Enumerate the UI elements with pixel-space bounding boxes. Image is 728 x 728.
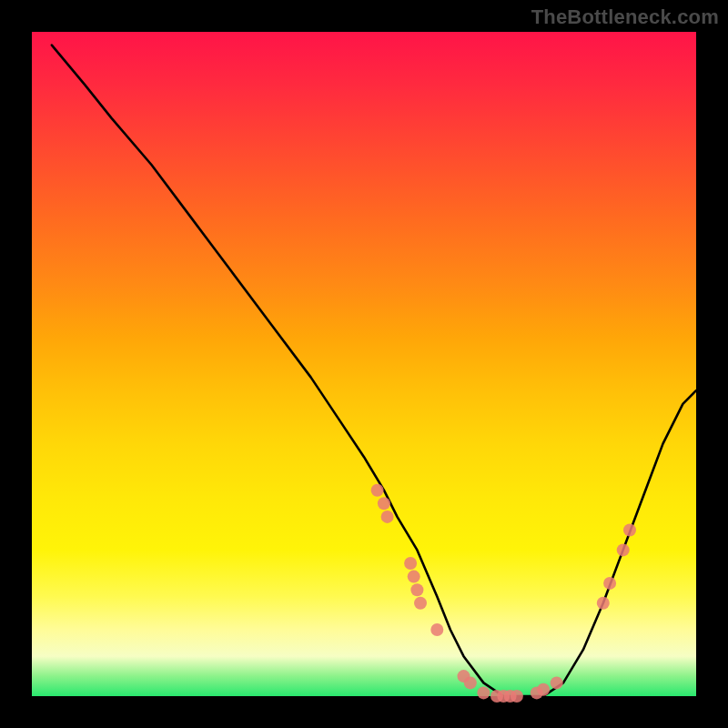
data-marker [408, 571, 420, 583]
chart-svg [32, 32, 696, 696]
data-marker [430, 623, 443, 636]
data-marker [623, 524, 636, 537]
data-marker [381, 511, 394, 523]
marker-layer [371, 484, 636, 703]
data-marker [537, 683, 550, 696]
data-marker [414, 597, 427, 610]
data-marker [617, 543, 630, 556]
watermark-text: TheBottleneck.com [531, 5, 719, 29]
data-marker [410, 583, 423, 596]
data-marker [477, 686, 490, 699]
data-marker [378, 497, 390, 510]
chart-frame: TheBottleneck.com [0, 0, 728, 728]
data-marker [371, 484, 384, 497]
data-marker [511, 690, 523, 703]
data-marker [551, 676, 563, 689]
data-marker [597, 597, 610, 610]
data-marker [464, 676, 477, 689]
data-marker [404, 557, 417, 570]
data-marker [603, 577, 616, 590]
